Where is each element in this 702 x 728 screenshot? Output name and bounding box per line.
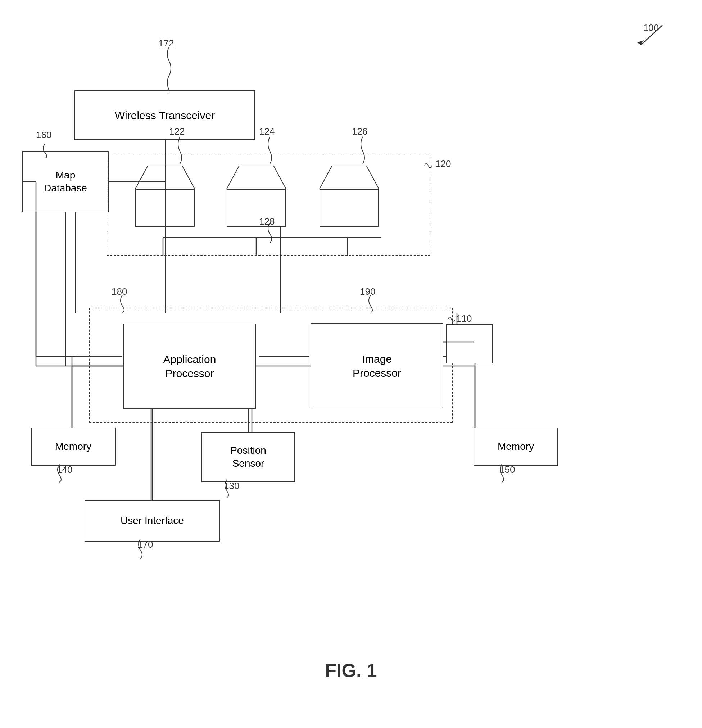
memory-left-box: Memory — [31, 428, 116, 466]
position-sensor-label: Position Sensor — [230, 444, 266, 470]
map-database-box: Map Database — [22, 151, 109, 212]
camera-3-lens — [316, 166, 383, 191]
memory-left-label: Memory — [55, 440, 91, 453]
app-processor-label: Application Processor — [163, 352, 216, 380]
memory-right-label: Memory — [498, 440, 534, 453]
memory-right-box: Memory — [474, 428, 558, 466]
image-processor-sub-box — [446, 324, 493, 364]
ref-140: 140 — [57, 464, 72, 475]
user-interface-box: User Interface — [85, 500, 220, 542]
ref-122: 122 — [169, 126, 185, 137]
map-database-label: Map Database — [44, 169, 87, 195]
ref-124: 124 — [259, 126, 274, 137]
image-processor-label: Image Processor — [352, 352, 401, 380]
wireless-transceiver-label: Wireless Transceiver — [115, 108, 215, 122]
ref-126: 126 — [352, 126, 367, 137]
ref-160-squiggle — [30, 140, 59, 158]
ref-160: 160 — [36, 130, 52, 141]
svg-line-17 — [641, 25, 662, 45]
wireless-transceiver-box: Wireless Transceiver — [75, 90, 255, 140]
camera-1-lens — [132, 166, 198, 191]
ref-150: 150 — [500, 464, 515, 475]
ref-170: 170 — [137, 539, 153, 550]
image-processor-box: Image Processor — [311, 323, 443, 409]
camera-2-lens — [223, 166, 290, 191]
figure-title: FIG. 1 — [325, 660, 377, 681]
ref-124-squiggle — [256, 133, 284, 169]
ref-122-squiggle — [166, 133, 194, 169]
position-sensor-box: Position Sensor — [201, 432, 295, 482]
ref-130: 130 — [224, 480, 239, 491]
ref-120-squiggle — [421, 155, 443, 169]
ref-126-squiggle — [348, 133, 377, 169]
user-interface-label: User Interface — [121, 514, 184, 527]
ref-172: 172 — [158, 38, 174, 49]
ref-128: 128 — [259, 216, 274, 227]
app-processor-box: Application Processor — [123, 324, 256, 409]
ref-190: 190 — [360, 286, 375, 297]
ref-100-arrow — [634, 22, 670, 51]
camera-1 — [132, 166, 198, 237]
ref-180: 180 — [111, 286, 127, 297]
diagram: 100 Wireless Transceiver 172 Map Databas… — [0, 0, 702, 728]
ref-110-squiggle — [444, 309, 462, 322]
camera-3 — [316, 166, 383, 237]
ref-172-squiggle — [155, 43, 183, 94]
